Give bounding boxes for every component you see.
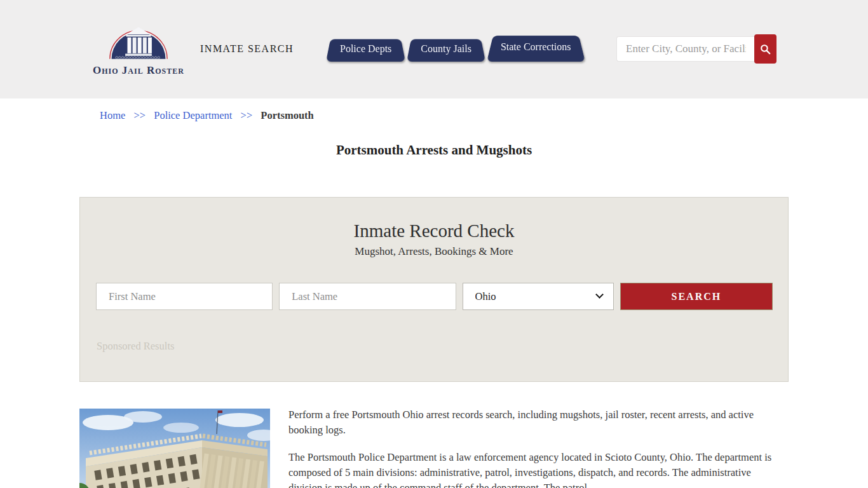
nav-tab-label: State Corrections bbox=[501, 41, 571, 53]
main-nav: Police Depts County Jails State Correcti… bbox=[326, 31, 585, 62]
courthouse-photo bbox=[79, 409, 270, 488]
nav-tab-label: Police Depts bbox=[340, 43, 391, 55]
search-icon bbox=[759, 43, 771, 55]
breadcrumb-separator: >> bbox=[241, 109, 253, 121]
article-paragraph: Perform a free Portsmouth Ohio arrest re… bbox=[288, 407, 776, 438]
state-select[interactable]: Ohio bbox=[463, 283, 614, 310]
logo-text: Ohio Jail Roster bbox=[93, 64, 184, 77]
inmate-record-check-panel: Inmate Record Check Mugshot, Arrests, Bo… bbox=[79, 197, 789, 382]
article-paragraph: The Portsmouth Police Department is a la… bbox=[288, 450, 776, 488]
state-select-wrap: Ohio bbox=[463, 283, 614, 310]
breadcrumb-current-page: Portsmouth bbox=[261, 109, 313, 121]
breadcrumb-police-department-link[interactable]: Police Department bbox=[154, 109, 232, 121]
breadcrumb-home-link[interactable]: Home bbox=[100, 109, 125, 121]
nav-tab-label: County Jails bbox=[421, 43, 471, 55]
breadcrumb: Home >> Police Department >> Portsmouth bbox=[100, 109, 314, 122]
nav-tab-police-depts[interactable]: Police Depts bbox=[326, 36, 405, 62]
facility-search-input[interactable] bbox=[616, 36, 755, 62]
record-check-subtitle: Mugshot, Arrests, Bookings & More bbox=[80, 245, 788, 258]
first-name-input[interactable] bbox=[96, 283, 273, 310]
courthouse-dome-icon bbox=[93, 20, 184, 61]
last-name-input[interactable] bbox=[279, 283, 456, 310]
article-body: Perform a free Portsmouth Ohio arrest re… bbox=[288, 407, 776, 488]
header-search bbox=[616, 34, 776, 64]
page: Ohio Jail Roster INMATE SEARCH Police De… bbox=[0, 0, 868, 488]
record-check-form: Ohio SEARCH bbox=[96, 283, 773, 310]
record-check-title: Inmate Record Check bbox=[80, 220, 788, 241]
nav-tab-state-corrections[interactable]: State Corrections bbox=[487, 32, 585, 62]
breadcrumb-separator: >> bbox=[133, 109, 146, 121]
nav-tab-county-jails[interactable]: County Jails bbox=[407, 36, 485, 62]
site-logo[interactable]: Ohio Jail Roster bbox=[93, 20, 184, 77]
record-search-button[interactable]: SEARCH bbox=[620, 283, 773, 310]
site-header: Ohio Jail Roster INMATE SEARCH Police De… bbox=[0, 0, 868, 98]
sponsored-results-label: Sponsored Results bbox=[97, 340, 174, 353]
page-title: Portsmouth Arrests and Mugshots bbox=[0, 142, 868, 158]
inmate-search-heading: INMATE SEARCH bbox=[200, 43, 294, 55]
header-search-button[interactable] bbox=[754, 34, 776, 64]
